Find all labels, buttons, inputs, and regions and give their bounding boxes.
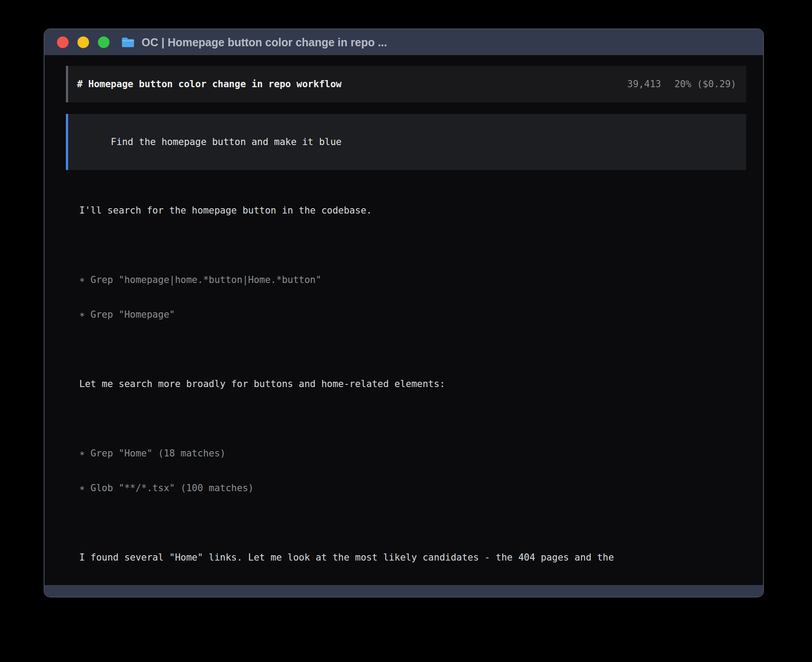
tool-call-group: ∗ Grep "homepage|home.*button|Home.*butt… (79, 251, 746, 343)
session-header: # Homepage button color change in repo w… (66, 66, 746, 102)
zoom-button[interactable] (98, 36, 110, 48)
session-title: # Homepage button color change in repo w… (77, 78, 341, 90)
window-title: OC | Homepage button color change in rep… (142, 36, 387, 49)
terminal-content: # Homepage button color change in repo w… (45, 55, 763, 585)
tool-call-line: ∗ Grep "Homepage" (79, 309, 746, 320)
window-titlebar[interactable]: OC | Homepage button color change in rep… (45, 29, 763, 55)
minimize-button[interactable] (77, 36, 89, 48)
close-button[interactable] (57, 36, 69, 48)
assistant-message: I'll search for the homepage button in t… (79, 182, 746, 239)
user-message: Find the homepage button and make it blu… (66, 114, 746, 170)
terminal-window: OC | Homepage button color change in rep… (45, 29, 763, 597)
context-cost: 20% ($0.29) (674, 78, 736, 90)
folder-icon (121, 36, 135, 48)
traffic-lights (57, 36, 110, 48)
assistant-text-line: I found several "Home" links. Let me loo… (79, 552, 746, 563)
assistant-text-line: Let me search more broadly for buttons a… (79, 378, 746, 390)
user-message-text: Find the homepage button and make it blu… (111, 137, 341, 147)
tool-call-line: ∗ Grep "homepage|home.*button|Home.*butt… (79, 274, 746, 286)
session-stats: 39,413 20% ($0.29) (627, 78, 736, 90)
tool-call-line: ∗ Glob "**/*.tsx" (100 matches) (79, 482, 746, 494)
tool-call-group: ∗ Grep "Home" (18 matches) ∗ Glob "**/*.… (79, 424, 746, 517)
tool-call-line: ∗ Grep "Home" (18 matches) (79, 448, 746, 459)
token-count: 39,413 (627, 78, 661, 90)
assistant-message: Let me search more broadly for buttons a… (79, 355, 746, 413)
assistant-text-line: I'll search for the homepage button in t… (79, 205, 746, 216)
window-bottom-strip (45, 585, 763, 597)
assistant-message: I found several "Home" links. Let me loo… (79, 529, 746, 585)
